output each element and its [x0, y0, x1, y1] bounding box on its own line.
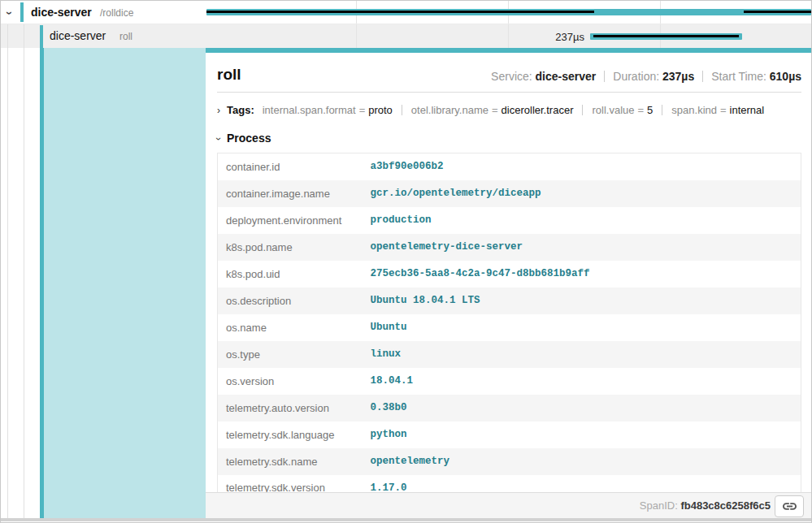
process-key: container.image.name: [218, 180, 363, 207]
tags-expand-chevron-icon[interactable]: ›: [217, 105, 220, 116]
equals-sign: =: [720, 104, 727, 116]
detail-header: roll Service: dice-serverDuration: 237µs…: [217, 53, 801, 93]
tags-row[interactable]: ›Tags:internal.span.format=protootel.lib…: [217, 104, 801, 122]
process-key: os.description: [218, 287, 363, 314]
table-row: os.version18.04.1: [218, 368, 801, 395]
meta-separator: [604, 71, 605, 82]
span-row-rolldice[interactable]: › dice-server /rolldice: [1, 1, 812, 24]
span-bar-roll[interactable]: [590, 33, 742, 40]
process-key: deployment.environment: [218, 207, 363, 234]
timeline-gridline: [508, 24, 509, 48]
span-detail-panel: roll Service: dice-serverDuration: 237µs…: [206, 48, 812, 518]
process-label: Process: [227, 132, 271, 145]
process-row[interactable]: ›Process: [217, 132, 801, 149]
indent-guide: [24, 48, 24, 518]
span-duration-label: 237µs: [528, 31, 584, 43]
span-detail-left-column: [1, 48, 206, 518]
process-table: container.ida3bf90e006b2 container.image…: [217, 153, 801, 492]
tag-separator: [582, 105, 583, 115]
tag-item: internal.span.format=proto: [263, 104, 393, 116]
process-key: k8s.pod.name: [218, 234, 363, 261]
span-bar-rolldice[interactable]: [206, 9, 811, 15]
span-color-bar: [40, 25, 43, 48]
process-key: telemetry.sdk.language: [218, 421, 363, 448]
tag-key: otel.library.name: [411, 104, 489, 116]
tag-item: roll.value=5: [592, 104, 653, 116]
table-row: telemetry.auto.version0.38b0: [218, 395, 801, 421]
process-value: 1.17.0: [363, 475, 801, 493]
process-key: os.version: [218, 368, 363, 395]
timeline-row: [206, 1, 812, 24]
table-row: os.descriptionUbuntu 18.04.1 LTS: [218, 287, 801, 314]
tag-value: diceroller.tracer: [502, 104, 574, 116]
span-id: SpanID: fb483c8c6258f6c5: [640, 499, 771, 512]
span-detail-body: roll Service: dice-serverDuration: 237µs…: [206, 53, 812, 492]
equals-sign: =: [492, 104, 498, 116]
span-id-value: fb483c8c6258f6c5: [680, 499, 771, 512]
process-key: telemetry.sdk.name: [218, 448, 363, 475]
duration-label: Duration:: [613, 70, 659, 83]
span-id-label: SpanID:: [640, 499, 678, 512]
span-service-name[interactable]: dice-server: [50, 29, 106, 42]
process-value: gcr.io/opentelemetry/diceapp: [363, 180, 801, 207]
indent-guide: [24, 24, 24, 48]
starttime-label: Start Time:: [711, 70, 766, 83]
self-time-segment: [206, 11, 594, 13]
link-icon: [783, 501, 797, 512]
tag-item: span.kind=internal: [671, 104, 764, 116]
service-label: Service:: [491, 70, 532, 83]
span-operation-name: roll: [119, 31, 132, 42]
self-time-segment: [744, 11, 811, 13]
table-row: os.typelinux: [218, 341, 801, 368]
process-key: container.id: [218, 153, 363, 180]
indent-guide: [7, 48, 8, 518]
span-service-name[interactable]: dice-server: [31, 6, 92, 19]
service-value: dice-server: [536, 70, 597, 83]
process-value: a3bf90e006b2: [363, 153, 801, 180]
detail-row-tint: [44, 48, 206, 518]
tags-label: Tags:: [227, 104, 254, 116]
timeline-gridline: [356, 24, 357, 48]
process-value: 275ecb36-5aa8-4c2a-9c47-d8bb681b9aff: [363, 261, 801, 287]
tag-key: internal.span.format: [263, 104, 356, 116]
process-value: 18.04.1: [363, 368, 801, 395]
span-title: roll: [217, 66, 241, 84]
table-row: k8s.pod.nameopentelemetry-dice-server: [218, 234, 801, 261]
process-value: production: [363, 207, 801, 234]
tag-key: span.kind: [671, 104, 717, 116]
equals-sign: =: [638, 104, 645, 116]
process-key: os.name: [218, 314, 363, 341]
meta-separator: [702, 71, 703, 82]
process-collapse-chevron-icon[interactable]: ›: [213, 137, 224, 140]
process-value: Ubuntu 18.04.1 LTS: [363, 287, 801, 314]
process-key: os.type: [218, 341, 363, 368]
table-row: k8s.pod.uid275ecb36-5aa8-4c2a-9c47-d8bb6…: [218, 261, 801, 287]
tag-separator: [402, 105, 402, 115]
span-color-bar: [20, 2, 24, 22]
span-operation-name: /rolldice: [100, 7, 133, 19]
span-row-roll[interactable]: dice-server roll 237µs: [1, 24, 812, 48]
tag-item: otel.library.name=diceroller.tracer: [411, 104, 574, 116]
tag-value: internal: [730, 104, 765, 116]
collapse-chevron-icon[interactable]: ›: [3, 11, 16, 15]
equals-sign: =: [359, 104, 366, 116]
table-row: container.ida3bf90e006b2: [218, 153, 801, 180]
process-value: opentelemetry: [363, 448, 801, 475]
tag-separator: [662, 105, 662, 115]
process-value: opentelemetry-dice-server: [363, 234, 801, 261]
table-row: deployment.environmentproduction: [218, 207, 801, 234]
timeline-row: 237µs: [206, 24, 812, 48]
table-row: telemetry.sdk.languagepython: [218, 421, 801, 448]
self-time-segment: [593, 35, 739, 37]
process-value: Ubuntu: [363, 314, 801, 341]
starttime-value: 610µs: [770, 70, 801, 83]
detail-meta: Service: dice-serverDuration: 237µsStart…: [491, 70, 801, 83]
process-value: 0.38b0: [363, 395, 801, 421]
process-key: telemetry.auto.version: [218, 395, 363, 421]
table-row: telemetry.sdk.nameopentelemetry: [218, 448, 801, 475]
tag-value: 5: [647, 104, 653, 116]
table-row: container.image.namegcr.io/opentelemetry…: [218, 180, 801, 207]
duration-value: 237µs: [662, 70, 694, 83]
bottom-border-strip: [1, 518, 812, 521]
deep-link-button[interactable]: [775, 495, 804, 517]
